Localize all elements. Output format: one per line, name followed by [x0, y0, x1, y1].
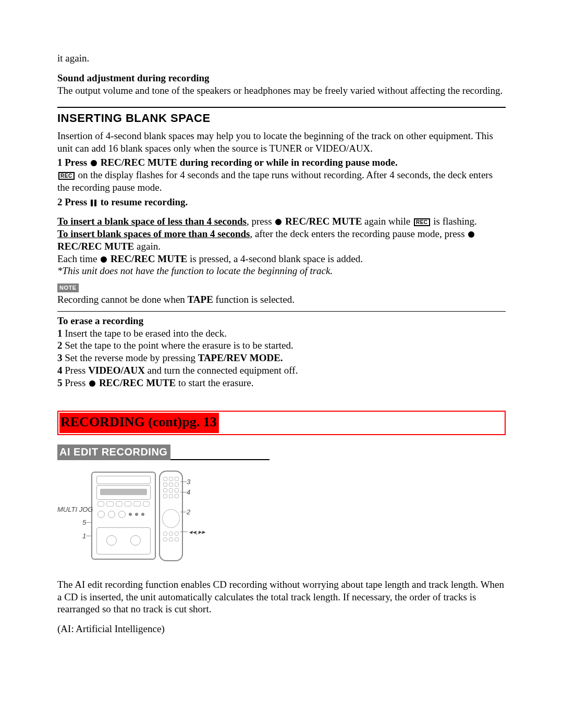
remote-control-icon	[159, 471, 183, 561]
record-dot-icon	[89, 380, 95, 387]
rec-indicator-icon: REC	[414, 218, 430, 226]
callout-4: 4	[187, 488, 190, 497]
page-break-box: RECORDING (cont)pg. 13	[57, 411, 506, 435]
less-c: REC/REC MUTE	[285, 216, 362, 227]
less-d: again while	[364, 216, 413, 227]
step2-rest: to resume recording.	[101, 196, 188, 207]
erase-5a: Press	[65, 377, 88, 388]
callout-3: 3	[187, 478, 190, 486]
sub-divider	[57, 311, 506, 312]
callout-multi-jog: MULTI JOG	[57, 505, 93, 514]
ai-definition: (AI: Artificial Intelligence)	[57, 623, 506, 635]
erase-5c: to start the erasure.	[178, 377, 254, 388]
erase-4a: Press	[65, 365, 88, 376]
rec-indicator-icon: REC	[58, 172, 75, 180]
erase-2: Set the tape to the point where the eras…	[65, 340, 293, 351]
prev-page-fragment: it again.	[57, 52, 506, 65]
sound-adjust-body: The output volume and tone of the speake…	[57, 85, 503, 96]
callout-5: 5	[82, 519, 86, 527]
erase-4c: and turn the connected equipment off.	[148, 365, 298, 376]
erase-2n: 2	[57, 340, 63, 351]
step1-press: 1 Press	[57, 157, 90, 168]
sound-adjust-heading: Sound adjustment during recording	[57, 72, 210, 83]
each-b: REC/REC MUTE	[111, 253, 187, 264]
pause-icon	[91, 200, 97, 206]
erase-3n: 3	[57, 352, 63, 363]
less-b: , press	[247, 216, 274, 227]
record-dot-icon	[275, 219, 282, 225]
ai-edit-body: The AI edit recording function enables C…	[57, 578, 506, 615]
record-dot-icon	[468, 231, 474, 238]
callout-transport: ◂◂,▸▸	[189, 528, 205, 536]
heading-underline	[170, 445, 270, 460]
footnote-no-locate: *This unit does not have the function to…	[57, 265, 333, 276]
less-than-4-label: To insert a blank space of less than 4 s…	[57, 216, 247, 227]
inserting-blank-heading: INSERTING BLANK SPACE	[57, 111, 506, 126]
step2-press: 2 Press	[57, 196, 90, 207]
recording-cont-label: RECORDING (cont)pg. 13	[59, 413, 219, 433]
erase-4b: VIDEO/AUX	[88, 365, 145, 376]
erase-5n: 5	[57, 377, 63, 388]
step1-desc: on the display flashes for 4 seconds and…	[57, 169, 493, 193]
erase-3a: Set the reverse mode by pressing	[65, 352, 198, 363]
erase-4n: 4	[57, 365, 63, 376]
ai-edit-heading-row: AI EDIT RECORDING	[57, 445, 506, 460]
blank-intro: Insertion of 4-second blank spaces may h…	[57, 130, 506, 155]
erase-1: Insert the tape to be erased into the de…	[65, 328, 227, 339]
each-a: Each time	[57, 253, 100, 264]
record-dot-icon	[91, 160, 97, 166]
less-f: is flashing.	[433, 216, 476, 227]
erase-heading: To erase a recording	[57, 315, 143, 326]
note-c: function is selected.	[216, 294, 295, 305]
more-c: REC/REC MUTE	[57, 241, 134, 252]
device-diagram: MULTI JOG 3 4 2 ◂◂,▸▸ 5 1	[57, 466, 214, 568]
more-b: , after the deck enters the recording pa…	[250, 228, 468, 239]
note-badge-icon: NOTE	[57, 283, 79, 292]
more-d: again.	[137, 241, 161, 252]
erase-1n: 1	[57, 328, 63, 339]
main-unit-icon	[91, 472, 156, 560]
record-dot-icon	[101, 256, 107, 263]
each-c: is pressed, a 4-second blank space is ad…	[190, 253, 363, 264]
note-a: Recording cannot be done when	[57, 294, 188, 305]
ai-edit-heading: AI EDIT RECORDING	[57, 445, 170, 460]
note-tape: TAPE	[188, 294, 213, 305]
callout-1: 1	[82, 532, 86, 540]
section-divider	[57, 107, 506, 108]
callout-2: 2	[187, 508, 190, 516]
step1-rest: REC/REC MUTE during recording or while i…	[101, 157, 398, 168]
erase-3b: TAPE/REV MODE.	[198, 352, 283, 363]
more-than-4-label: To insert blank spaces of more than 4 se…	[57, 228, 250, 239]
erase-5b: REC/REC MUTE	[99, 377, 176, 388]
